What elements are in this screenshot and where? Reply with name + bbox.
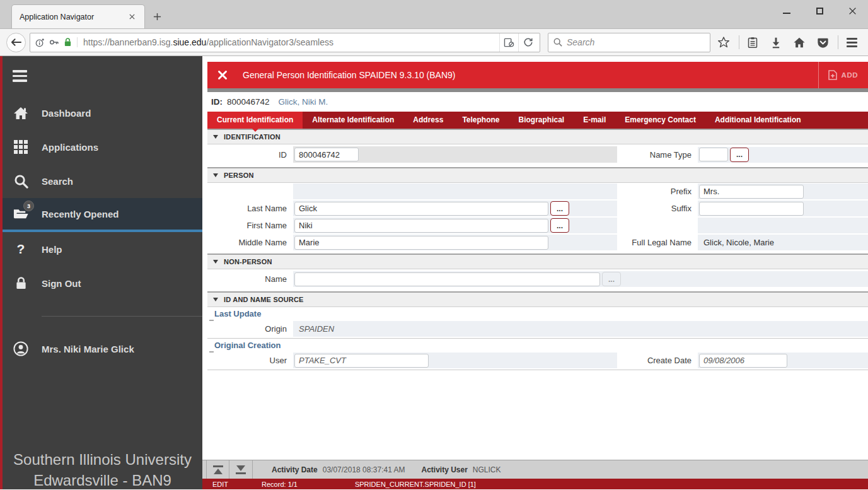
section-id-and-name-source[interactable]: ID AND NAME SOURCE xyxy=(207,291,868,307)
form-close-button[interactable] xyxy=(207,62,238,88)
id-field-label: ID xyxy=(207,150,293,160)
activity-user-label: Activity User xyxy=(421,465,467,474)
browser-tab[interactable]: Application Navigator xyxy=(11,4,145,28)
non-person-name-label: Name xyxy=(207,274,293,284)
tab-telephone[interactable]: Telephone xyxy=(453,112,509,129)
sidebar-item-recently-opened[interactable]: 3 Recently Opened xyxy=(3,198,202,232)
section-person[interactable]: PERSON xyxy=(207,167,868,183)
institution-campus: Edwardsville - BAN9 xyxy=(3,470,202,490)
sidebar-item-label: Applications xyxy=(42,142,98,153)
suffix-label: Suffix xyxy=(617,204,698,213)
create-date-input[interactable] xyxy=(699,354,787,368)
empty-field-strip xyxy=(293,184,617,199)
sidebar-item-label: Search xyxy=(42,176,73,187)
middle-name-input[interactable] xyxy=(294,236,548,250)
tab-biographical[interactable]: Biographical xyxy=(509,112,574,129)
full-legal-name-label: Full Legal Name xyxy=(617,238,698,247)
key-icon[interactable] xyxy=(49,37,59,47)
name-type-lookup-button[interactable]: ... xyxy=(730,148,749,162)
url-text[interactable]: https://bannerban9.isg.siue.edu/applicat… xyxy=(78,37,499,47)
institution-footer: Southern Illinois University Edwardsvill… xyxy=(3,449,202,490)
last-record-icon xyxy=(236,465,245,471)
sidebar-user-item[interactable]: Mrs. Niki Marie Glick xyxy=(3,332,202,366)
section-non-person[interactable]: NON-PERSON xyxy=(207,254,868,269)
activity-bar: Activity Date 03/07/2018 08:37:41 AM Act… xyxy=(202,460,868,479)
collapse-caret-icon xyxy=(213,260,218,264)
sidebar-item-search[interactable]: Search xyxy=(3,164,202,198)
suffix-input[interactable] xyxy=(699,202,804,216)
first-name-label: First Name xyxy=(207,221,293,230)
collapse-caret-icon xyxy=(213,135,218,139)
sidebar-item-dashboard[interactable]: Dashboard xyxy=(3,96,202,130)
window-maximize-button[interactable] xyxy=(810,3,829,18)
sidebar-search-icon xyxy=(13,174,29,189)
form-empty-area xyxy=(207,370,868,460)
last-name-lookup-button[interactable]: ... xyxy=(550,201,569,216)
key-id-value: 800046742 xyxy=(227,97,270,107)
sidebar-menu-toggle[interactable] xyxy=(3,56,202,96)
name-type-strip: ... xyxy=(698,147,868,163)
sidebar-item-label: Recently Opened xyxy=(42,209,119,219)
full-legal-name-value: Glick, Nicole, Marie xyxy=(699,238,774,247)
tab-additional-identification[interactable]: Additional Identification xyxy=(705,112,811,129)
first-name-lookup-button[interactable]: ... xyxy=(550,218,569,233)
key-id-label: ID: xyxy=(211,97,223,107)
refresh-icon[interactable] xyxy=(518,33,537,52)
search-icon xyxy=(553,38,562,47)
section-identification[interactable]: IDENTIFICATION xyxy=(207,129,868,144)
sidebar-divider xyxy=(42,316,202,317)
tab-close-icon[interactable] xyxy=(126,11,138,23)
sidebar-item-help[interactable]: ? Help xyxy=(3,232,202,266)
first-name-input[interactable] xyxy=(294,219,548,233)
browser-menu-icon[interactable] xyxy=(842,32,862,52)
institution-name: Southern Illinois University xyxy=(3,449,202,470)
id-input[interactable] xyxy=(294,148,359,161)
browser-search-input[interactable] xyxy=(567,37,693,47)
recently-opened-folder-icon: 3 xyxy=(13,207,29,220)
user-strip xyxy=(293,353,617,368)
middle-name-strip xyxy=(293,235,617,250)
tab-current-identification[interactable]: Current Identification xyxy=(207,112,303,129)
tab-emergency-contact[interactable]: Emergency Contact xyxy=(615,112,705,129)
tab-alternate-identification[interactable]: Alternate Identification xyxy=(303,112,403,129)
create-date-label: Create Date xyxy=(617,356,698,365)
add-button[interactable]: ADD xyxy=(818,62,868,88)
sidebar-item-applications[interactable]: Applications xyxy=(3,130,202,164)
secure-lock-icon[interactable] xyxy=(64,37,72,47)
section-title: ID AND NAME SOURCE xyxy=(224,296,304,303)
user-input[interactable] xyxy=(294,354,429,368)
bookmarks-list-icon[interactable] xyxy=(743,32,763,52)
back-button[interactable] xyxy=(6,33,26,52)
last-name-label: Last Name xyxy=(207,204,293,213)
sidebar-item-sign-out[interactable]: Sign Out xyxy=(3,266,202,300)
name-type-input[interactable] xyxy=(699,148,728,161)
browser-search-box[interactable] xyxy=(548,33,710,52)
go-to-first-record-button[interactable] xyxy=(206,460,229,479)
add-document-icon xyxy=(828,70,837,80)
downloads-icon[interactable] xyxy=(766,32,786,52)
last-name-input[interactable] xyxy=(294,202,548,216)
non-person-name-lookup-button[interactable]: ... xyxy=(602,272,621,286)
go-to-last-record-button[interactable] xyxy=(229,460,253,479)
pocket-icon[interactable] xyxy=(813,32,833,52)
window-close-button[interactable] xyxy=(843,3,862,18)
non-person-name-input[interactable] xyxy=(294,272,600,286)
window-minimize-button[interactable] xyxy=(777,3,796,18)
bookmark-star-icon[interactable] xyxy=(714,32,734,52)
original-creation-subsection[interactable]: Original Creation xyxy=(207,339,868,353)
new-tab-button[interactable] xyxy=(149,8,165,25)
url-scheme: https:// xyxy=(83,37,110,47)
page-info-icon[interactable] xyxy=(35,38,45,47)
activity-user-value: NGLICK xyxy=(473,465,501,474)
prefix-label: Prefix xyxy=(617,187,698,196)
tab-email[interactable]: E-mail xyxy=(574,112,615,129)
activity-date-value: 03/07/2018 08:37:41 AM xyxy=(323,465,405,474)
url-bar[interactable]: https://bannerban9.isg.siue.edu/applicat… xyxy=(30,33,540,52)
tab-address[interactable]: Address xyxy=(403,112,453,129)
home-icon[interactable] xyxy=(789,32,809,52)
last-update-subsection[interactable]: Last Update xyxy=(207,307,868,321)
prefix-input[interactable] xyxy=(699,185,804,199)
form-body: IDENTIFICATION ID Name Type ... xyxy=(207,129,868,460)
sidebar-item-label: Dashboard xyxy=(42,108,91,119)
reader-mode-icon[interactable] xyxy=(499,33,518,52)
